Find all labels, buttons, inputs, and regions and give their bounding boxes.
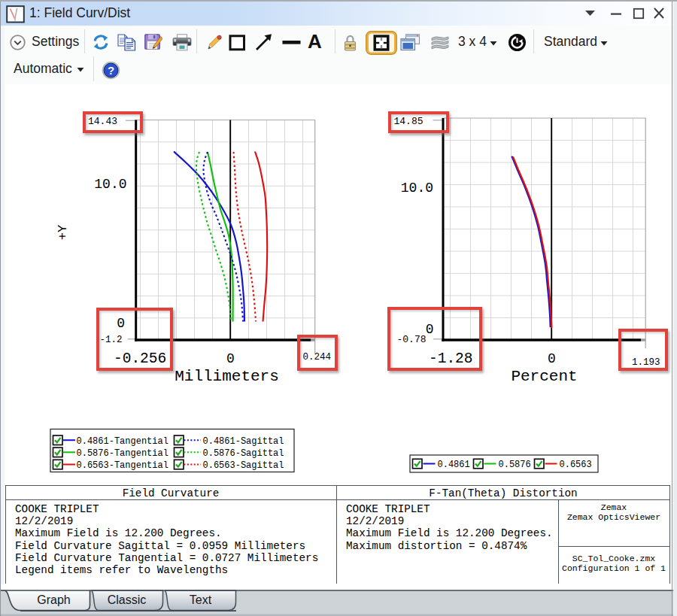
svg-text:0.5876-Tangential: 0.5876-Tangential xyxy=(77,448,168,459)
svg-text:Percent: Percent xyxy=(511,368,577,385)
svg-text:Millimeters: Millimeters xyxy=(175,368,279,385)
svg-text:0.5876: 0.5876 xyxy=(499,460,531,470)
svg-text:0: 0 xyxy=(226,351,235,366)
svg-text:0.6563-Sagittal: 0.6563-Sagittal xyxy=(203,460,284,471)
svg-text:0.6563-Tangential: 0.6563-Tangential xyxy=(77,460,168,471)
svg-text:0: 0 xyxy=(548,351,556,366)
svg-text:10.0: 10.0 xyxy=(94,177,126,192)
svg-text:0.4861-Sagittal: 0.4861-Sagittal xyxy=(203,436,284,447)
svg-text:0.6563: 0.6563 xyxy=(560,460,592,470)
svg-text:0.4861: 0.4861 xyxy=(438,460,470,470)
svg-text:10.0: 10.0 xyxy=(401,181,433,196)
svg-text:0.4861-Tangential: 0.4861-Tangential xyxy=(77,436,168,447)
svg-text:Graph: Graph xyxy=(37,593,70,606)
svg-text:+Y: +Y xyxy=(56,225,70,240)
svg-text:Classic: Classic xyxy=(108,593,147,606)
svg-text:0.5876-Sagittal: 0.5876-Sagittal xyxy=(203,448,284,459)
svg-text:Text: Text xyxy=(190,593,212,606)
